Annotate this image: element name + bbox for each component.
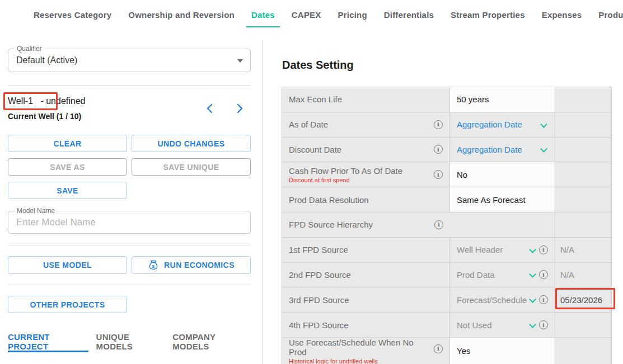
row-label: FPD Source Hierarchy — [289, 220, 373, 229]
info-icon[interactable]: i — [539, 245, 548, 254]
2nd-fpd-source-select[interactable]: Prod Data i — [450, 263, 555, 287]
model-source-tabs: CURRENT PROJECT UNIQUE MODELS COMPANY MO… — [8, 332, 251, 351]
row-label: 4th FPD Source — [289, 320, 349, 330]
chevron-down-icon — [528, 295, 537, 304]
row-use-forecast-schedule: Use Forecast/Schedule When No Prod i His… — [282, 338, 611, 364]
undo-changes-button[interactable]: UNDO CHANGES — [132, 135, 251, 152]
tab-differentials[interactable]: Differentials — [376, 0, 442, 29]
row-label: 2nd FPD Source — [289, 270, 351, 280]
row-warning-text: Historical logic for undrilled wells — [289, 358, 443, 364]
tab-expenses[interactable]: Expenses — [533, 0, 591, 29]
1st-fpd-source-select[interactable]: Well Header i — [450, 238, 555, 262]
model-name-field-wrap: Model Name — [8, 211, 251, 234]
panel-divider — [262, 40, 263, 364]
tab-current-project[interactable]: CURRENT PROJECT — [8, 332, 89, 351]
chevron-down-icon — [528, 270, 537, 279]
tab-stream-properties[interactable]: Stream Properties — [442, 0, 533, 29]
chevron-down-icon — [539, 120, 548, 129]
as-of-date-select[interactable]: Aggregation Date — [450, 112, 555, 137]
previous-well-button[interactable] — [205, 103, 216, 114]
qualifier-value: Default (Active) — [16, 49, 77, 72]
divider — [8, 245, 251, 245]
well-title: Well-1 - undefined — [8, 96, 85, 106]
row-3rd-fpd-source: 3rd FPD Source Forecast/Schedule i 05/23… — [282, 287, 611, 313]
chevron-left-icon — [205, 103, 216, 114]
tab-capex[interactable]: CAPEX — [283, 0, 330, 29]
chevron-down-icon — [528, 245, 537, 254]
row-label: Max Econ Life — [289, 94, 342, 104]
prod-data-resolution-value[interactable]: Same As Forecast — [450, 187, 555, 212]
save-as-button[interactable]: SAVE AS — [8, 158, 127, 176]
tab-production-taxes[interactable]: Production T — [590, 0, 623, 29]
divider — [8, 285, 251, 285]
next-well-button[interactable] — [233, 103, 245, 114]
cash-flow-prior-value[interactable]: No — [450, 162, 555, 187]
info-icon[interactable]: i — [539, 320, 548, 329]
other-projects-button[interactable]: OTHER PROJECTS — [8, 296, 127, 313]
info-icon[interactable]: i — [434, 344, 443, 353]
row-label: 1st FPD Source — [289, 245, 348, 254]
run-economics-label: RUN ECONOMICS — [164, 261, 235, 270]
run-economics-button[interactable]: $ RUN ECONOMICS — [132, 256, 251, 274]
clear-button[interactable]: CLEAR — [8, 135, 127, 152]
well-counter: Current Well (1 / 10) — [8, 112, 81, 121]
row-prod-data-resolution: Prod Data Resolution Same As Forecast — [282, 187, 611, 212]
4th-fpd-source-select[interactable]: Not Used i — [450, 313, 555, 337]
row-label: As of Date — [289, 120, 328, 129]
row-label: Prod Data Resolution — [289, 195, 369, 205]
row-cash-flow-prior: Cash Flow Prior To As Of Date Discount a… — [282, 162, 611, 187]
tab-company-models[interactable]: COMPANY MODELS — [172, 332, 251, 351]
well-suffix: - undefined — [40, 96, 85, 106]
well-name: Well-1 — [8, 96, 33, 106]
2nd-fpd-source-result: N/A — [555, 263, 611, 287]
row-1st-fpd-source: 1st FPD Source Well Header i N/A — [282, 238, 611, 263]
row-discount-date: Discount Date i Aggregation Date — [282, 138, 611, 163]
active-tab-underline — [8, 351, 88, 352]
info-icon[interactable]: i — [539, 295, 548, 304]
info-icon[interactable]: i — [434, 120, 443, 129]
dates-setting-table: Max Econ Life 50 years As of Date i Aggr… — [282, 87, 612, 364]
row-fpd-source-hierarchy: FPD Source Hierarchy i — [282, 212, 611, 238]
row-as-of-date: As of Date i Aggregation Date — [282, 112, 611, 138]
tab-pricing[interactable]: Pricing — [330, 0, 376, 29]
qualifier-select[interactable]: Qualifier Default (Active) — [8, 49, 251, 72]
chevron-right-icon — [233, 103, 245, 114]
info-icon[interactable]: i — [434, 145, 443, 154]
info-icon[interactable]: i — [539, 270, 548, 279]
use-model-button[interactable]: USE MODEL — [8, 256, 127, 274]
use-forecast-schedule-value[interactable]: Yes — [450, 338, 555, 364]
save-unique-button[interactable]: SAVE UNIQUE — [132, 158, 251, 176]
info-icon[interactable]: i — [434, 170, 443, 179]
row-max-econ-life: Max Econ Life 50 years — [282, 87, 611, 112]
row-4th-fpd-source: 4th FPD Source Not Used i — [282, 313, 611, 338]
dropdown-caret-icon — [237, 59, 243, 63]
row-2nd-fpd-source: 2nd FPD Source Prod Data i N/A — [282, 263, 611, 288]
row-label: Use Forecast/Schedule When No Prod — [289, 338, 433, 357]
model-sidebar: Qualifier Default (Active) Well-1 - unde… — [8, 0, 251, 364]
row-label: Cash Flow Prior To As Of Date — [289, 166, 434, 176]
row-label: Discount Date — [289, 145, 341, 154]
chevron-down-icon — [539, 145, 548, 154]
info-icon[interactable]: i — [434, 220, 443, 229]
row-label: 3rd FPD Source — [289, 295, 349, 305]
3rd-fpd-source-select[interactable]: Forecast/Schedule i — [450, 287, 555, 312]
max-econ-life-value[interactable]: 50 years — [450, 87, 555, 112]
svg-text:$: $ — [152, 264, 155, 269]
3rd-fpd-source-result: 05/23/2026 — [555, 287, 611, 312]
money-bag-icon: $ — [148, 259, 159, 271]
model-name-input[interactable] — [16, 211, 240, 233]
row-warning-text: Discount at first spend — [289, 177, 434, 183]
1st-fpd-source-result: N/A — [555, 238, 611, 262]
page-title: Dates Setting — [282, 59, 354, 72]
discount-date-select[interactable]: Aggregation Date — [450, 138, 555, 162]
save-button[interactable]: SAVE — [8, 182, 127, 199]
tab-unique-models[interactable]: UNIQUE MODELS — [96, 332, 166, 351]
divider — [8, 85, 251, 86]
chevron-down-icon — [528, 320, 537, 329]
